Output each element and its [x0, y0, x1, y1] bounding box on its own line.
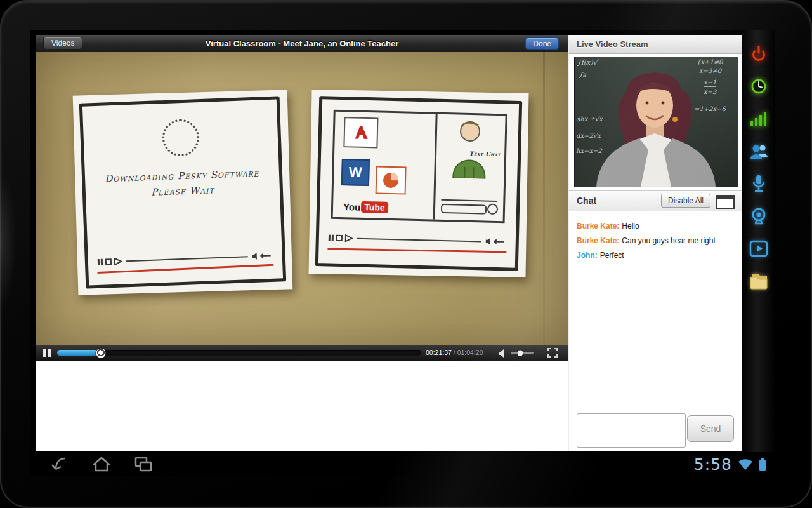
- microphone-button[interactable]: [749, 174, 769, 193]
- files-button[interactable]: [749, 271, 769, 290]
- battery-icon: [759, 457, 766, 471]
- recent-apps-button[interactable]: [132, 455, 155, 474]
- clock-icon: [749, 77, 768, 96]
- send-button[interactable]: Send: [687, 415, 734, 442]
- back-icon: [49, 455, 70, 474]
- bezel-reflection: [0, 171, 16, 311]
- person-sketch-icon: [444, 117, 495, 182]
- chat-header: Chat Disable All: [569, 190, 743, 211]
- power-button[interactable]: [749, 44, 769, 64]
- chat-input[interactable]: [577, 413, 686, 448]
- video-controls-bar: 00:21:37 / 01:04:20: [36, 345, 568, 361]
- live-video-stream: ∫f(x)√ ∫a {x+1≠0 x−3≠0 x−1 x−3 =1+2x−6 s…: [574, 57, 738, 187]
- done-button[interactable]: Done: [525, 37, 559, 50]
- popout-window-icon[interactable]: [716, 195, 735, 209]
- volume-icon[interactable]: [498, 349, 507, 360]
- users-icon: [749, 143, 768, 159]
- home-icon: [91, 455, 112, 474]
- text-chat-label: Text Chat: [469, 150, 501, 157]
- sketch-card-downloading: Downloading Pesky Software Please Wait: [73, 90, 293, 295]
- sketch-spinner-icon: [162, 119, 200, 157]
- sketch-wireframe: W YouTube: [331, 110, 508, 224]
- recent-apps-icon: [133, 455, 154, 474]
- pdf-icon: [343, 117, 378, 148]
- sketch-red-underline: [327, 248, 506, 253]
- participants-button[interactable]: [749, 142, 769, 161]
- chat-title: Chat: [577, 191, 596, 211]
- seek-progress-fill: [57, 350, 101, 356]
- sketch-frame: W YouTube: [315, 96, 522, 271]
- live-video-stream-header: Live Video Stream: [569, 35, 743, 54]
- sketch-send-dot: [487, 204, 498, 215]
- chat-message: Burke Kate:Can you guys hear me right: [577, 236, 738, 245]
- signal-button[interactable]: [749, 109, 769, 128]
- disable-all-button[interactable]: Disable All: [661, 194, 710, 208]
- clock-button[interactable]: [749, 77, 769, 96]
- content-whitespace: [36, 361, 568, 451]
- video-library-button[interactable]: [749, 239, 769, 258]
- sketch-card-wireframe: W YouTube: [308, 90, 528, 277]
- sketch-text-chat-column: Text Chat: [433, 114, 506, 222]
- signal-bars-icon: [749, 110, 768, 127]
- chat-messages: Burke Kate:Hello Burke Kate:Can you guys…: [577, 222, 738, 265]
- video-player-icon: [749, 240, 768, 257]
- power-icon: [749, 44, 768, 64]
- pause-button[interactable]: [43, 349, 52, 357]
- seek-handle[interactable]: [95, 347, 106, 358]
- status-time: 5:58: [694, 455, 732, 474]
- teacher-portrait: [575, 57, 738, 187]
- powerpoint-icon: [376, 166, 407, 194]
- right-panel: Live Video Stream ∫f(x)√ ∫a {x+1≠0 x−3≠0…: [568, 35, 743, 451]
- seek-bar[interactable]: [57, 350, 421, 356]
- screen: Videos Virtual Classroom - Meet Jane, an…: [30, 30, 775, 476]
- sketch-speaker-icon: [252, 251, 273, 260]
- video-player-viewport[interactable]: Downloading Pesky Software Please Wait: [36, 52, 568, 345]
- sketch-transport-icons: [97, 257, 122, 265]
- webcam-icon: [749, 206, 768, 225]
- tablet-device: Videos Virtual Classroom - Meet Jane, an…: [0, 0, 812, 508]
- sidebar-toolbar: [742, 30, 775, 452]
- youtube-logo: YouTube: [343, 201, 388, 213]
- home-button[interactable]: [90, 455, 113, 474]
- chat-message: Burke Kate:Hello: [577, 222, 738, 231]
- time-display: 00:21:37 / 01:04:20: [426, 345, 483, 361]
- chat-message: John:Perfect: [577, 251, 738, 260]
- fullscreen-button[interactable]: [547, 348, 558, 360]
- page-title: Virtual Classroom - Meet Jane, an Online…: [36, 35, 568, 52]
- cardboard-crease: [543, 52, 545, 345]
- volume-slider[interactable]: [511, 352, 534, 354]
- sketch-frame: Downloading Pesky Software Please Wait: [79, 96, 286, 288]
- sketch-player-bar: [328, 234, 507, 246]
- sketch-line: [441, 199, 497, 202]
- folder-icon: [749, 272, 769, 290]
- webcam-button[interactable]: [749, 206, 769, 225]
- microphone-icon: [749, 174, 768, 193]
- status-tray: 5:58: [694, 452, 766, 476]
- back-button[interactable]: [48, 455, 71, 474]
- wifi-icon: [738, 458, 753, 471]
- android-nav-bar: 5:58: [30, 452, 775, 476]
- sketch-player-bar: [97, 251, 273, 266]
- sketch-red-underline: [97, 264, 273, 274]
- app-top-bar: Videos Virtual Classroom - Meet Jane, an…: [36, 35, 568, 53]
- sketch-text-line2: Please Wait: [86, 182, 280, 200]
- volume-handle[interactable]: [518, 350, 523, 356]
- word-icon: W: [341, 159, 370, 186]
- sketch-chat-input: [441, 204, 487, 215]
